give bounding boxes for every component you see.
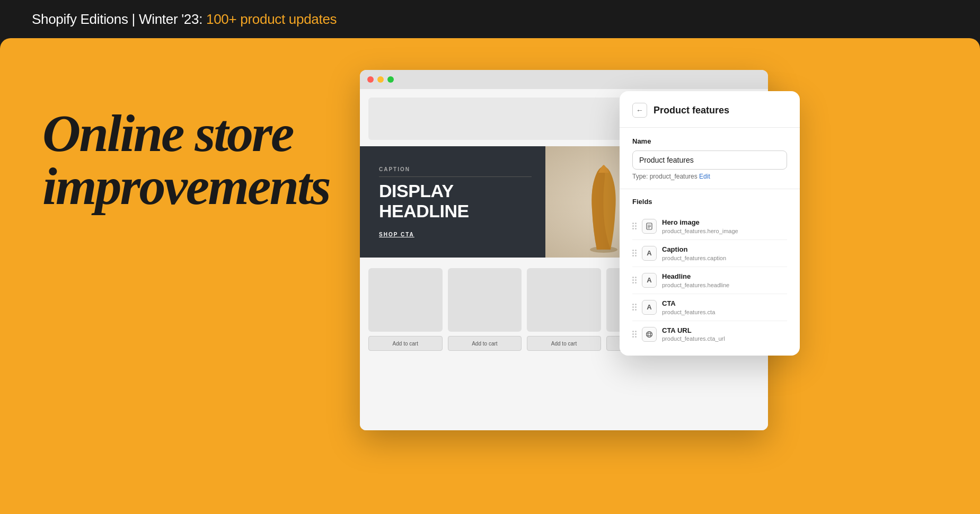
panel-name-section: Name Type: product_features Edit	[620, 128, 800, 180]
field-icon-headline: A	[642, 273, 657, 288]
browser-dot-red	[367, 76, 374, 83]
hero-title-line2: improvements	[42, 157, 330, 216]
inner-cta: SHOP CTA	[379, 232, 532, 237]
field-name-cta: CTA	[662, 299, 787, 308]
field-icon-cta-url	[642, 327, 657, 342]
field-row-hero-image: Hero image product_features.hero_image	[632, 213, 787, 240]
panel-type-text: Type: product_features Edit	[632, 173, 787, 180]
field-name-hero-image: Hero image	[662, 218, 787, 227]
svg-point-16	[648, 331, 651, 337]
field-name-caption: Caption	[662, 245, 787, 254]
product-image-placeholder	[527, 268, 601, 332]
field-info-headline: Headline product_features.headline	[662, 272, 787, 288]
browser-dot-green	[387, 76, 394, 83]
browser-dot-yellow	[377, 76, 384, 83]
panel-type-value: Type: product_features	[632, 173, 698, 180]
top-banner: Shopify Editions | Winter '23: 100+ prod…	[0, 0, 980, 38]
banner-prefix: Shopify Editions | Winter '23:	[32, 11, 206, 27]
panel-name-label: Name	[632, 137, 787, 145]
field-key-cta-url: product_features.cta_url	[662, 335, 787, 342]
field-icon-cta: A	[642, 300, 657, 315]
add-to-cart-button-1[interactable]: Add to cart	[368, 336, 443, 351]
fields-label: Fields	[632, 198, 787, 206]
add-to-cart-button-2[interactable]: Add to cart	[448, 336, 522, 351]
panel-name-input[interactable]	[632, 150, 787, 170]
field-name-headline: Headline	[662, 272, 787, 281]
field-row-cta-url: CTA URL product_features.cta_url	[632, 321, 787, 348]
field-key-caption: product_features.caption	[662, 255, 787, 261]
field-key-hero-image: product_features.hero_image	[662, 228, 787, 234]
drag-handle-cta-url[interactable]	[632, 331, 637, 338]
panel-title: Product features	[654, 105, 729, 116]
inner-headline: DISPLAYHEADLINE	[379, 181, 532, 221]
hero-title: Online store improvements	[42, 107, 330, 213]
drag-handle-headline[interactable]	[632, 277, 637, 283]
svg-point-15	[647, 331, 652, 337]
product-card: Add to cart	[527, 268, 601, 351]
field-icon-hero-image	[642, 219, 657, 234]
back-arrow-icon: ←	[636, 106, 643, 114]
panel-back-button[interactable]: ←	[632, 103, 647, 118]
inner-hero-left: CAPTION DISPLAYHEADLINE SHOP CTA	[360, 150, 551, 253]
banner-highlight: 100+ product updates	[206, 11, 337, 27]
field-icon-caption: A	[642, 246, 657, 261]
product-card: Add to cart	[368, 268, 443, 351]
main-area: Online store improvements CAPTION DISPLA…	[0, 38, 980, 514]
field-info-cta-url: CTA URL product_features.cta_url	[662, 326, 787, 342]
hero-title-line1: Online store	[42, 104, 293, 163]
browser-mockup-container: CAPTION DISPLAYHEADLINE SHOP CTA	[360, 70, 800, 494]
add-to-cart-button-3[interactable]: Add to cart	[527, 336, 601, 351]
field-info-cta: CTA product_features.cta	[662, 299, 787, 315]
inner-caption-label: CAPTION	[379, 166, 532, 177]
field-row-caption: A Caption product_features.caption	[632, 240, 787, 267]
field-key-headline: product_features.headline	[662, 282, 787, 288]
drag-handle-hero-image[interactable]	[632, 223, 637, 229]
banner-text: Shopify Editions | Winter '23: 100+ prod…	[32, 11, 337, 28]
field-name-cta-url: CTA URL	[662, 326, 787, 335]
field-info-caption: Caption product_features.caption	[662, 245, 787, 261]
drag-handle-caption[interactable]	[632, 250, 637, 256]
product-image-placeholder	[448, 268, 522, 332]
product-image-placeholder	[368, 268, 443, 332]
browser-titlebar	[360, 70, 768, 89]
field-row-cta: A CTA product_features.cta	[632, 294, 787, 321]
field-info-hero-image: Hero image product_features.hero_image	[662, 218, 787, 234]
field-row-headline: A Headline product_features.headline	[632, 267, 787, 294]
field-key-cta: product_features.cta	[662, 309, 787, 315]
product-card: Add to cart	[448, 268, 522, 351]
fields-section: Fields	[620, 189, 800, 356]
panel-edit-link[interactable]: Edit	[699, 173, 710, 180]
panel-header: ← Product features	[620, 91, 800, 128]
product-features-panel: ← Product features Name Type: product_fe…	[620, 91, 800, 356]
drag-handle-cta[interactable]	[632, 304, 637, 311]
